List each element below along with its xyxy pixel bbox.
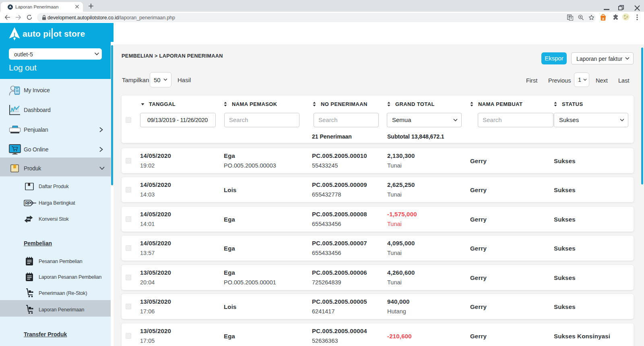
svg-text:RP: RP <box>25 201 31 205</box>
